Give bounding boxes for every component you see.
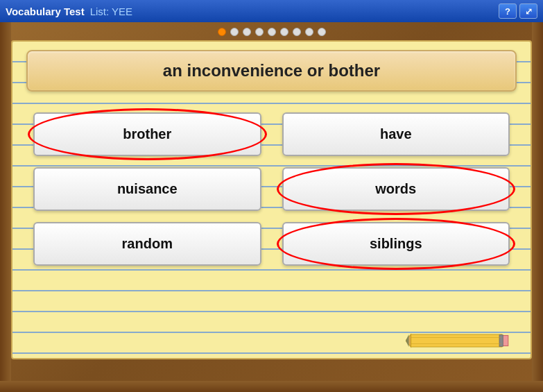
circle-words xyxy=(277,163,516,215)
circle-siblings xyxy=(277,218,516,270)
progress-dot-1 xyxy=(230,28,239,36)
circle-brother xyxy=(28,108,267,160)
svg-marker-0 xyxy=(411,334,502,347)
progress-dot-4 xyxy=(268,28,276,36)
progress-dot-7 xyxy=(305,28,313,36)
main-card: an inconvenience or bother brotherhavenu… xyxy=(11,40,532,359)
answer-have[interactable]: have xyxy=(282,112,510,156)
wood-bottom xyxy=(0,381,543,392)
answer-siblings[interactable]: siblings xyxy=(282,222,510,266)
question-box: an inconvenience or bother xyxy=(26,50,517,92)
wood-right xyxy=(532,22,543,392)
wood-left xyxy=(0,22,11,392)
answer-grid: brotherhavenuisancewordsrandomsiblings xyxy=(26,105,517,273)
progress-dot-8 xyxy=(318,28,326,36)
progress-bar xyxy=(0,22,543,40)
header-buttons: ? ⤢ xyxy=(499,3,537,19)
progress-dot-3 xyxy=(255,28,264,36)
progress-dot-6 xyxy=(293,28,301,36)
app-title: Vocabulary Test xyxy=(6,6,85,17)
help-button[interactable]: ? xyxy=(499,3,517,19)
header-bar: Vocabulary Test List: YEE ? ⤢ xyxy=(0,0,543,22)
app-container: Vocabulary Test List: YEE ? ⤢ an inconve… xyxy=(0,0,543,392)
progress-dot-2 xyxy=(243,28,251,36)
answer-random[interactable]: random xyxy=(33,222,261,266)
pencil-icon xyxy=(406,330,510,351)
answer-brother[interactable]: brother xyxy=(33,112,261,156)
progress-dot-0 xyxy=(218,28,226,36)
svg-marker-6 xyxy=(406,334,409,347)
list-label: List: YEE xyxy=(90,6,132,17)
expand-button[interactable]: ⤢ xyxy=(519,3,537,19)
answer-words[interactable]: words xyxy=(282,167,510,211)
svg-rect-3 xyxy=(499,335,503,347)
progress-dot-5 xyxy=(280,28,288,36)
question-text: an inconvenience or bother xyxy=(163,61,380,80)
header-left: Vocabulary Test List: YEE xyxy=(6,6,132,17)
answer-nuisance[interactable]: nuisance xyxy=(33,167,261,211)
